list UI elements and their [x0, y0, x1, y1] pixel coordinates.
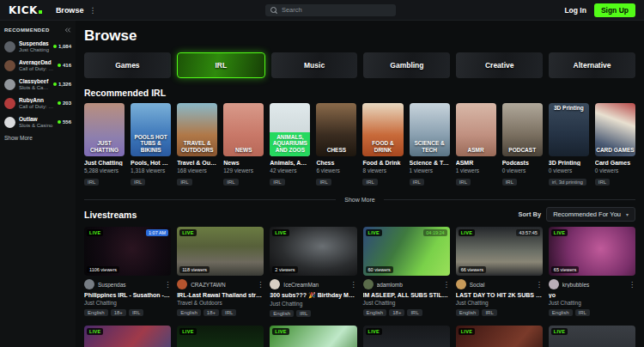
category-tile-alternative[interactable]: Alternative [549, 52, 635, 78]
stream-thumbnail[interactable]: LIVE 1:07 AM 1106 viewers [84, 227, 171, 276]
card-tag[interactable]: IRL [131, 179, 145, 186]
card-tag[interactable]: IRL [502, 179, 517, 186]
category-tile-creative[interactable]: Creative [456, 52, 543, 78]
card-tag[interactable]: IRL [316, 179, 331, 186]
card-tag[interactable]: IRL [84, 179, 99, 186]
nav-menu-dots-icon[interactable]: ⋮ [88, 6, 96, 15]
stream-tag[interactable]: English [177, 309, 201, 316]
stream-thumbnail[interactable]: LIVE [549, 326, 635, 347]
stream-tag[interactable]: IRL [575, 309, 590, 316]
card-tag[interactable]: IRL [362, 179, 377, 186]
stream-card[interactable]: LIVE 118 viewers CRAZYTAWN ⋮ IRL-Last Ra… [177, 227, 264, 317]
search-box[interactable] [265, 4, 396, 16]
streamer-name[interactable]: IceCreamMan [283, 282, 346, 288]
stream-thumbnail[interactable]: LIVE 04:19:24 60 viewers [363, 227, 450, 276]
stream-card[interactable]: LIVE 04:19:24 60 viewers adamlomb ⋮ IM A… [363, 227, 450, 317]
card-tag[interactable]: IRL [456, 179, 471, 186]
signup-button[interactable]: Sign Up [594, 3, 635, 17]
category-card-animals[interactable]: ANIMALS, AQUARIUMS AND ZOOS Animals, Aqu… [270, 103, 310, 189]
card-tag[interactable]: IRL [223, 179, 238, 186]
stream-tag[interactable]: IRL [296, 310, 311, 317]
stream-title[interactable]: 300 subs??? 🎉 Birthday Month! ... [270, 292, 356, 299]
stream-thumbnail[interactable]: LIVE [456, 326, 543, 347]
stream-title[interactable]: IRL-Last Rawai Thailand stream # ... [177, 292, 264, 298]
category-tile-games[interactable]: Games [84, 52, 171, 78]
sidebar-collapse-icon[interactable] [64, 27, 71, 33]
stream-title[interactable]: yo [549, 292, 635, 298]
card-tag[interactable]: IRL [270, 179, 284, 186]
card-tag[interactable]: irl, 3d printing [549, 179, 586, 186]
stream-tag[interactable]: IRL [222, 309, 236, 316]
stream-tag[interactable]: IRL [407, 309, 422, 316]
sort-dropdown[interactable]: Recommended For You▾ [546, 207, 635, 222]
category-card-pools[interactable]: POOLS HOT TUBS & BIKINIS Pools, Hot Tubs… [131, 103, 171, 189]
stream-tag[interactable]: English [84, 309, 108, 316]
category-card-news[interactable]: NEWS News 129 viewers IRL [223, 103, 264, 189]
stream-tag[interactable]: English [363, 309, 387, 316]
kebab-menu-icon[interactable]: ⋮ [443, 281, 450, 289]
stream-category[interactable]: Just Chatting [84, 300, 171, 306]
show-more-button[interactable]: Show More [344, 197, 374, 203]
stream-tag[interactable]: English [270, 310, 294, 317]
category-tile-irl-selected[interactable]: IRL [177, 52, 265, 78]
streamer-name[interactable]: Social [470, 282, 532, 288]
streamer-name[interactable]: Suspendas [98, 282, 161, 288]
stream-tag[interactable]: English [456, 309, 480, 316]
category-card-asmr[interactable]: ASMR ASMR 1 viewers IRL [456, 103, 496, 189]
stream-card[interactable]: LIVE [456, 326, 543, 347]
category-tile-gambling[interactable]: Gambling [363, 52, 450, 78]
streamer-name[interactable]: CRAZYTAWN [191, 282, 253, 288]
stream-card[interactable]: LIVE [363, 326, 450, 347]
stream-thumbnail[interactable]: LIVE [363, 326, 450, 347]
kick-logo[interactable]: KICK [9, 4, 42, 16]
card-tag[interactable]: IRL [595, 179, 610, 186]
stream-card[interactable]: LIVE 43:57:45 66 viewers Social ⋮ LAST D… [456, 227, 543, 317]
kebab-menu-icon[interactable]: ⋮ [350, 281, 357, 289]
stream-category[interactable]: Just Chatting [456, 300, 543, 306]
login-button[interactable]: Log In [564, 6, 586, 15]
stream-category[interactable]: Just Chatting [363, 300, 450, 306]
stream-thumbnail[interactable]: LIVE [270, 326, 356, 347]
stream-thumbnail[interactable]: LIVE 118 viewers [177, 227, 264, 276]
kebab-menu-icon[interactable]: ⋮ [164, 281, 171, 289]
stream-card[interactable]: LIVE [270, 326, 356, 347]
stream-title[interactable]: IM ASLEEP, ALL SUBS STILL COUN... [363, 292, 450, 298]
stream-card[interactable]: LIVE 1:07 AM 1106 viewers Suspendas ⋮ Ph… [84, 227, 171, 317]
kebab-menu-icon[interactable]: ⋮ [536, 281, 543, 289]
stream-tag[interactable]: 18+ [204, 309, 219, 316]
stream-card[interactable]: LIVE [84, 326, 171, 347]
category-card-card-games[interactable]: CARD GAMES Card Games 0 viewers IRL [595, 103, 635, 189]
sidebar-channel-item[interactable]: Classybeef Slots & Casino 1,326 [4, 78, 71, 90]
stream-card[interactable]: LIVE 2 viewers IceCreamMan ⋮ 300 subs???… [270, 227, 356, 317]
stream-thumbnail[interactable]: LIVE [84, 326, 171, 347]
stream-tag[interactable]: IRL [482, 309, 496, 316]
stream-category[interactable]: Just Chatting [549, 300, 635, 306]
category-card-3d-printing[interactable]: 3D Printing 3D Printing 0 viewers irl, 3… [549, 103, 589, 189]
stream-title[interactable]: Philippines IRL - Susathon - March ... [84, 292, 171, 298]
streamer-name[interactable]: adamlomb [377, 282, 440, 288]
search-input[interactable] [282, 6, 391, 14]
stream-card[interactable]: LIVE [549, 326, 635, 347]
card-tag[interactable]: IRL [177, 179, 191, 186]
category-card-just-chatting[interactable]: JUST CHATTING Just Chatting 5,288 viewer… [84, 103, 125, 189]
category-tile-music[interactable]: Music [271, 52, 358, 78]
sidebar-show-more-button[interactable]: Show More [4, 135, 71, 141]
stream-thumbnail[interactable]: LIVE [177, 326, 264, 347]
streamer-name[interactable]: krybubbles [562, 282, 625, 288]
category-card-chess[interactable]: CHESS Chess 6 viewers IRL [316, 103, 356, 189]
stream-category[interactable]: Travel & Outdoors [177, 300, 264, 306]
category-card-food[interactable]: FOOD & DRINK Food & Drink 8 viewers IRL [362, 103, 403, 189]
sidebar-channel-item[interactable]: RubyAnn Call of Duty: Warz... 203 [4, 97, 71, 109]
category-card-podcasts[interactable]: PODCAST Podcasts 0 viewers IRL [502, 103, 543, 189]
stream-tag[interactable]: English [549, 309, 573, 316]
stream-thumbnail[interactable]: LIVE 2 viewers [270, 227, 356, 276]
stream-title[interactable]: LAST DAY TO HIT 2K SUBS LETS HI... [456, 292, 543, 298]
kebab-menu-icon[interactable]: ⋮ [257, 281, 264, 289]
stream-tag[interactable]: 18+ [389, 309, 404, 316]
sidebar-channel-item[interactable]: Suspendas Just Chatting 1,084 [4, 40, 71, 52]
sidebar-channel-item[interactable]: AverageDad Call of Duty: Warz... 416 [4, 59, 71, 71]
card-tag[interactable]: IRL [410, 179, 424, 186]
stream-tag[interactable]: 18+ [111, 309, 126, 316]
stream-thumbnail[interactable]: LIVE 65 viewers [549, 227, 635, 276]
stream-tag[interactable]: IRL [129, 309, 143, 316]
